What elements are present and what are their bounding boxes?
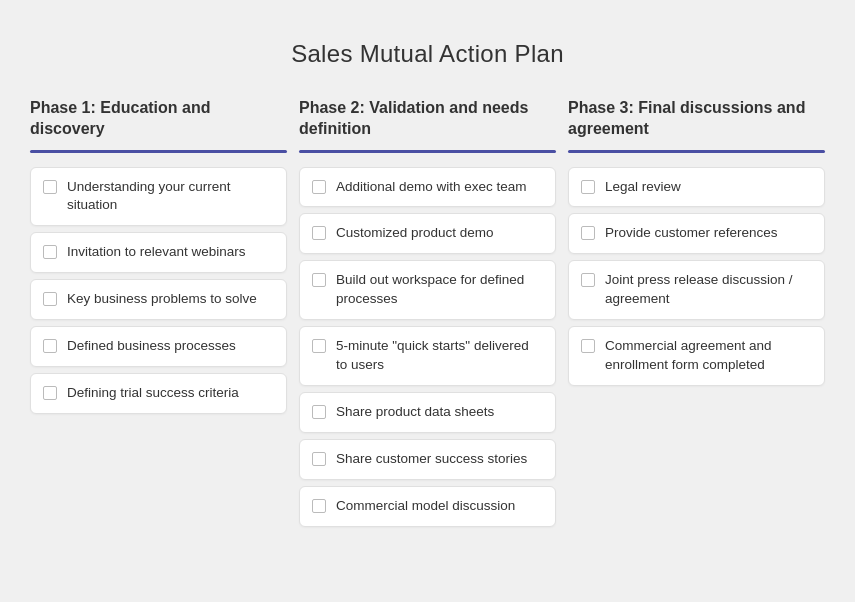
- task-text: Legal review: [605, 178, 681, 197]
- task-text: Share product data sheets: [336, 403, 494, 422]
- task-checkbox[interactable]: [312, 273, 326, 287]
- columns-container: Phase 1: Education and discoveryUndersta…: [30, 98, 825, 527]
- task-item: Understanding your current situation: [30, 167, 287, 227]
- task-checkbox[interactable]: [312, 499, 326, 513]
- task-text: Provide customer references: [605, 224, 778, 243]
- page-container: Sales Mutual Action Plan Phase 1: Educat…: [20, 20, 835, 602]
- task-checkbox[interactable]: [581, 180, 595, 194]
- task-checkbox[interactable]: [312, 226, 326, 240]
- task-item: Key business problems to solve: [30, 279, 287, 320]
- task-checkbox[interactable]: [43, 180, 57, 194]
- task-checkbox[interactable]: [43, 292, 57, 306]
- task-checkbox[interactable]: [312, 339, 326, 353]
- task-item: Provide customer references: [568, 213, 825, 254]
- column-divider-phase2: [299, 150, 556, 153]
- task-text: Build out workspace for defined processe…: [336, 271, 543, 309]
- task-text: Customized product demo: [336, 224, 494, 243]
- task-item: Commercial agreement and enrollment form…: [568, 326, 825, 386]
- task-checkbox[interactable]: [581, 226, 595, 240]
- task-item: Invitation to relevant webinars: [30, 232, 287, 273]
- task-checkbox[interactable]: [581, 339, 595, 353]
- column-header-phase3: Phase 3: Final discussions and agreement: [568, 98, 825, 140]
- task-checkbox[interactable]: [312, 180, 326, 194]
- column-header-phase1: Phase 1: Education and discovery: [30, 98, 287, 140]
- task-checkbox[interactable]: [43, 245, 57, 259]
- task-text: Commercial model discussion: [336, 497, 515, 516]
- column-phase3: Phase 3: Final discussions and agreement…: [568, 98, 825, 386]
- task-item: Legal review: [568, 167, 825, 208]
- column-divider-phase3: [568, 150, 825, 153]
- task-checkbox[interactable]: [43, 386, 57, 400]
- task-list-phase2: Additional demo with exec teamCustomized…: [299, 167, 556, 527]
- task-item: Commercial model discussion: [299, 486, 556, 527]
- task-checkbox[interactable]: [581, 273, 595, 287]
- task-list-phase1: Understanding your current situationInvi…: [30, 167, 287, 414]
- column-header-phase2: Phase 2: Validation and needs definition: [299, 98, 556, 140]
- task-item: Joint press release discussion / agreeme…: [568, 260, 825, 320]
- task-checkbox[interactable]: [312, 405, 326, 419]
- task-item: Defined business processes: [30, 326, 287, 367]
- task-text: Key business problems to solve: [67, 290, 257, 309]
- task-item: Customized product demo: [299, 213, 556, 254]
- task-text: Defined business processes: [67, 337, 236, 356]
- task-item: Share product data sheets: [299, 392, 556, 433]
- task-text: Commercial agreement and enrollment form…: [605, 337, 812, 375]
- task-text: Invitation to relevant webinars: [67, 243, 246, 262]
- task-text: 5-minute "quick starts" delivered to use…: [336, 337, 543, 375]
- task-item: 5-minute "quick starts" delivered to use…: [299, 326, 556, 386]
- task-checkbox[interactable]: [43, 339, 57, 353]
- task-text: Defining trial success criteria: [67, 384, 239, 403]
- task-text: Joint press release discussion / agreeme…: [605, 271, 812, 309]
- column-phase1: Phase 1: Education and discoveryUndersta…: [30, 98, 287, 414]
- task-text: Understanding your current situation: [67, 178, 274, 216]
- task-checkbox[interactable]: [312, 452, 326, 466]
- task-text: Additional demo with exec team: [336, 178, 527, 197]
- task-item: Additional demo with exec team: [299, 167, 556, 208]
- column-phase2: Phase 2: Validation and needs definition…: [299, 98, 556, 527]
- task-item: Build out workspace for defined processe…: [299, 260, 556, 320]
- task-list-phase3: Legal reviewProvide customer referencesJ…: [568, 167, 825, 386]
- task-item: Defining trial success criteria: [30, 373, 287, 414]
- page-title: Sales Mutual Action Plan: [30, 40, 825, 68]
- task-item: Share customer success stories: [299, 439, 556, 480]
- task-text: Share customer success stories: [336, 450, 527, 469]
- column-divider-phase1: [30, 150, 287, 153]
